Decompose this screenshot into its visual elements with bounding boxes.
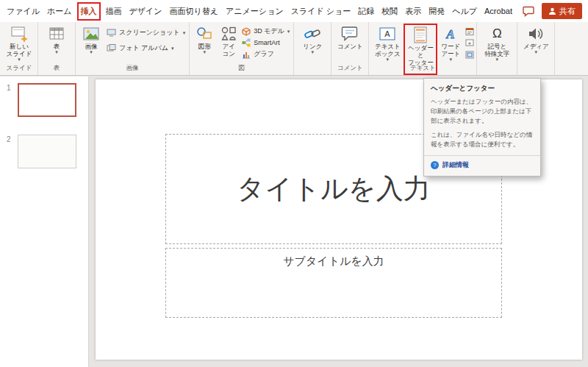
chevron-down-icon: ▾ <box>535 50 538 54</box>
menubar-right: 共有 <box>521 3 588 19</box>
chevron-down-icon: ▾ <box>18 57 21 62</box>
chevron-down-icon: ▾ <box>496 57 499 62</box>
3d-model-icon <box>242 27 251 36</box>
screenshot-label: スクリーンショット <box>119 28 180 38</box>
screenshot-button[interactable]: スクリーンショット ▾ <box>105 27 187 38</box>
tab-review[interactable]: 校閲 <box>378 1 401 21</box>
header-footer-tooltip: ヘッダーとフッター ヘッダーまたはフッターの内容は、印刷結果の各ページの上部また… <box>423 78 541 177</box>
group-label-symbols <box>479 63 514 74</box>
new-slide-button[interactable]: 新しい スライド ▾ <box>3 24 35 62</box>
photo-album-button[interactable]: フォト アルバム ▾ <box>105 43 187 54</box>
title-placeholder-text: タイトルを入力 <box>237 171 430 207</box>
illustrations-small-buttons: 3D モデル ▾ SmartArt グラフ <box>240 24 291 60</box>
pictures-button[interactable]: 画像 ▾ <box>78 24 104 54</box>
photo-album-icon <box>107 44 116 52</box>
svg-text:A: A <box>446 27 455 41</box>
slide-number-button[interactable]: # <box>465 38 474 47</box>
text-box-label: テキスト ボックス <box>375 43 401 57</box>
tab-transitions[interactable]: 画面切り替え <box>166 1 223 21</box>
tab-view[interactable]: 表示 <box>401 1 425 21</box>
chart-label: グラフ <box>254 49 274 59</box>
picture-icon <box>82 24 101 43</box>
comment-button[interactable]: コメント <box>334 24 366 50</box>
date-time-button[interactable] <box>465 26 474 35</box>
speaker-icon <box>526 24 545 43</box>
group-label-images: 画像 <box>78 63 187 74</box>
group-label-table: 表 <box>40 63 73 74</box>
tab-animations[interactable]: アニメーション <box>222 1 287 21</box>
symbol-button[interactable]: Ω 記号と 特殊文字 ▾ <box>479 24 514 62</box>
smartart-button[interactable]: SmartArt <box>240 38 291 48</box>
text-tiny-buttons: # <box>465 24 474 59</box>
photo-album-label: フォト アルバム <box>119 43 168 53</box>
link-button[interactable]: リンク ▾ <box>296 24 329 54</box>
ribbon-group-table: 表 ▾ 表 <box>38 22 76 75</box>
group-label-comments: コメント <box>334 63 366 74</box>
shapes-icon <box>195 24 214 43</box>
chevron-down-icon: ▾ <box>450 57 453 62</box>
ribbon-group-text: A テキスト ボックス ▾ ヘッダーと フッター A <box>369 22 477 75</box>
ribbon-tabs: ファイル ホーム 挿入 描画 デザイン 画面切り替え アニメーション スライド … <box>0 1 516 21</box>
link-icon <box>303 24 322 43</box>
share-button[interactable]: 共有 <box>542 3 582 19</box>
images-small-buttons: スクリーンショット ▾ フォト アルバム ▾ <box>105 24 187 54</box>
group-label-slides: スライド <box>3 63 35 74</box>
group-label-illustrations: 図 <box>192 63 291 74</box>
new-comment-icon <box>340 24 359 43</box>
tab-acrobat[interactable]: Acrobat <box>481 2 516 20</box>
ribbon-group-media: メディア ▾ <box>517 22 555 75</box>
chevron-down-icon: ▾ <box>312 50 315 54</box>
smartart-icon <box>242 38 251 47</box>
subtitle-placeholder[interactable]: サブタイトルを入力 <box>165 248 502 318</box>
tab-file[interactable]: ファイル <box>3 1 43 21</box>
new-slide-icon <box>10 24 29 43</box>
tab-slideshow[interactable]: スライド ショー <box>287 1 355 21</box>
tab-insert[interactable]: 挿入 <box>77 2 101 21</box>
chevron-down-icon: ▾ <box>387 57 390 62</box>
slide-thumbnail-row-2: 2 <box>0 117 88 168</box>
header-footer-button[interactable]: ヘッダーと フッター <box>405 25 436 67</box>
table-icon <box>47 24 66 43</box>
tab-home[interactable]: ホーム <box>43 1 76 21</box>
tab-record[interactable]: 記録 <box>354 1 378 21</box>
chevron-down-icon: ▾ <box>171 46 174 51</box>
icons-button[interactable]: アイ コン <box>218 24 240 57</box>
media-button[interactable]: メディア ▾ <box>520 24 552 54</box>
icons-label: アイ コン <box>223 43 235 57</box>
omega-symbol-icon: Ω <box>487 24 506 43</box>
wordart-button[interactable]: A ワード アート ▾ <box>437 24 464 62</box>
comments-icon[interactable] <box>521 4 536 18</box>
svg-text:A: A <box>385 29 391 38</box>
header-footer-icon <box>411 26 430 44</box>
tab-help[interactable]: ヘルプ <box>448 1 481 21</box>
slide-1-thumbnail[interactable] <box>18 83 76 117</box>
chart-button[interactable]: グラフ <box>240 49 291 60</box>
tab-draw[interactable]: 描画 <box>102 1 126 21</box>
icons-icon <box>219 24 238 43</box>
shapes-button[interactable]: 図形 ▾ <box>192 24 217 54</box>
tooltip-title: ヘッダーとフッター <box>424 79 540 97</box>
slide-number: 1 <box>7 83 14 92</box>
chevron-down-icon: ▾ <box>203 50 206 54</box>
3d-models-button[interactable]: 3D モデル ▾ <box>240 26 291 37</box>
ribbon-group-slides: 新しい スライド ▾ スライド <box>1 22 38 75</box>
table-button[interactable]: 表 ▾ <box>40 24 73 54</box>
chevron-down-icon: ▾ <box>287 29 290 34</box>
3d-models-label: 3D モデル <box>254 26 284 36</box>
tab-developer[interactable]: 開発 <box>425 1 448 21</box>
slide-number: 2 <box>7 135 14 143</box>
tooltip-body-1: ヘッダーまたはフッターの内容は、印刷結果の各ページの上部または下部に表示されます… <box>424 97 540 125</box>
group-label-links <box>296 63 329 74</box>
slide-2-thumbnail[interactable] <box>18 135 76 168</box>
wordart-label: ワード アート <box>441 43 460 57</box>
chart-icon <box>242 50 251 59</box>
object-button[interactable] <box>465 50 474 59</box>
tooltip-body-2: これは、ファイル名や日時などの情報を表示する場合に便利です。 <box>424 125 540 149</box>
tell-me-more-link[interactable]: 詳細情報 <box>442 160 469 170</box>
text-box-icon: A <box>378 24 397 43</box>
tab-design[interactable]: デザイン <box>126 1 166 21</box>
text-box-button[interactable]: A テキスト ボックス ▾ <box>371 24 404 62</box>
powerpoint-window: ファイル ホーム 挿入 描画 デザイン 画面切り替え アニメーション スライド … <box>0 0 588 367</box>
annotation-box-header-footer: ヘッダーと フッター <box>404 24 437 75</box>
share-label: 共有 <box>559 6 576 17</box>
